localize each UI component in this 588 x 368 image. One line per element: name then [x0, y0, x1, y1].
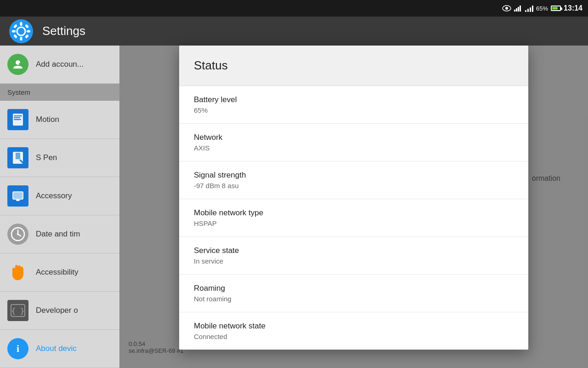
- settings-header: Settings: [0, 17, 588, 46]
- service-state-value: In service: [194, 257, 514, 265]
- mobile-network-type-label: Mobile network type: [194, 208, 514, 218]
- svg-rect-27: [13, 192, 23, 199]
- modal-header: Status: [179, 46, 528, 86]
- svg-point-16: [16, 60, 20, 65]
- svg-rect-28: [16, 200, 20, 201]
- accessibility-label: Accessibility: [36, 268, 79, 277]
- signal-strength-row: Signal strength -97 dBm 8 asu: [179, 161, 528, 199]
- svg-rect-10: [12, 30, 16, 32]
- accessory-icon: [7, 185, 28, 207]
- status-bar: 65% 13:14: [0, 0, 588, 17]
- svg-point-1: [505, 7, 508, 10]
- spen-icon: [7, 147, 28, 168]
- sidebar: Add accoun... System Motion: [0, 46, 119, 368]
- roaming-label: Roaming: [194, 284, 514, 293]
- modal-overlay: Status Battery level 65% Network AXIS: [119, 46, 588, 368]
- sidebar-item-about[interactable]: i About devic: [0, 330, 119, 368]
- signal-strength-value: -97 dBm 8 asu: [194, 182, 514, 190]
- developer-icon: { }: [7, 300, 28, 321]
- svg-rect-2: [514, 10, 515, 12]
- sidebar-item-accessory[interactable]: Accessory: [0, 177, 119, 215]
- battery-icon: [551, 6, 561, 11]
- service-state-label: Service state: [194, 246, 514, 255]
- mobile-network-state-row: Mobile network state Connected: [179, 312, 528, 350]
- battery-level-value: 65%: [194, 106, 514, 114]
- svg-rect-4: [518, 7, 519, 12]
- motion-label: Motion: [36, 115, 59, 124]
- svg-rect-18: [19, 63, 23, 64]
- svg-text:{ }: { }: [11, 306, 25, 315]
- about-icon: i: [7, 338, 28, 359]
- sidebar-item-developer[interactable]: { } Developer o: [0, 292, 119, 330]
- sidebar-item-accessibility[interactable]: Accessibility: [0, 253, 119, 292]
- signal-strength-icon: [525, 5, 533, 12]
- signal-bars-icon: [514, 5, 522, 12]
- about-label: About devic: [36, 344, 77, 353]
- date-time-label: Date and tim: [36, 230, 80, 239]
- network-value: AXIS: [194, 144, 514, 152]
- battery-level-row: Battery level 65%: [179, 86, 528, 124]
- battery-level-label: Battery level: [194, 95, 514, 104]
- settings-title: Settings: [42, 24, 85, 38]
- modal-body: Battery level 65% Network AXIS Signal st…: [179, 86, 528, 350]
- status-time: 13:14: [564, 4, 582, 12]
- sidebar-item-motion[interactable]: Motion: [0, 101, 119, 139]
- roaming-row: Roaming Not roaming: [179, 275, 528, 312]
- svg-point-32: [17, 233, 19, 235]
- content-panel: ormation 0.0.54 se.infra@SER-69 #1 Statu…: [119, 46, 588, 368]
- mobile-network-type-value: HSPAP: [194, 219, 514, 227]
- accessory-label: Accessory: [36, 191, 72, 201]
- mobile-network-type-row: Mobile network type HSPAP: [179, 199, 528, 237]
- sidebar-item-date-time[interactable]: Date and tim: [0, 215, 119, 253]
- mobile-network-state-label: Mobile network state: [194, 322, 514, 331]
- settings-panel: Add accoun... System Motion: [0, 46, 588, 368]
- network-row: Network AXIS: [179, 124, 528, 161]
- add-account-label: Add accoun...: [36, 60, 84, 69]
- svg-text:i: i: [17, 343, 19, 354]
- svg-rect-8: [20, 22, 23, 26]
- svg-rect-25: [16, 153, 20, 159]
- service-state-row: Service state In service: [179, 237, 528, 275]
- battery-percent-label: 65%: [536, 5, 548, 12]
- sidebar-item-add-account[interactable]: Add accoun...: [0, 46, 119, 84]
- modal-title: Status: [194, 58, 228, 72]
- motion-icon: [7, 109, 28, 130]
- sidebar-section-system: System: [0, 84, 119, 101]
- hand-icon: [7, 262, 28, 283]
- svg-rect-11: [27, 30, 30, 32]
- svg-rect-3: [516, 8, 517, 12]
- roaming-value: Not roaming: [194, 295, 514, 303]
- eye-icon: [502, 5, 511, 12]
- svg-rect-21: [14, 117, 20, 118]
- settings-gear-icon: [9, 19, 33, 43]
- sidebar-item-spen[interactable]: S Pen: [0, 139, 119, 177]
- status-modal: Status Battery level 65% Network AXIS: [179, 46, 528, 350]
- mobile-network-state-value: Connected: [194, 333, 514, 340]
- signal-strength-label: Signal strength: [194, 171, 514, 180]
- clock-icon: [7, 224, 28, 245]
- network-label: Network: [194, 133, 514, 142]
- svg-rect-22: [14, 119, 21, 120]
- svg-rect-20: [14, 115, 22, 116]
- developer-label: Developer o: [36, 306, 78, 315]
- spen-label: S Pen: [36, 153, 57, 162]
- main-layout: Settings Add accoun... System: [0, 17, 588, 368]
- svg-rect-5: [520, 6, 521, 12]
- status-icons: 65% 13:14: [502, 4, 582, 12]
- svg-rect-9: [20, 37, 23, 40]
- add-account-icon: [7, 54, 28, 75]
